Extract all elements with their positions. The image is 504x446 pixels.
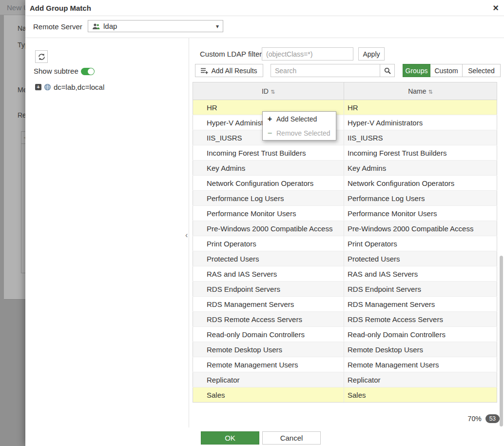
sort-icon: ⇅	[271, 89, 275, 95]
collapse-panel-icon[interactable]: ‹	[185, 231, 188, 240]
tab-groups[interactable]: Groups	[403, 64, 430, 77]
row-id-cell[interactable]: RDS Remote Access Servers	[193, 312, 344, 327]
row-name-cell[interactable]: RDS Remote Access Servers	[344, 312, 497, 327]
total-count-badge: 53	[485, 414, 500, 423]
table-status-row: 70% 53	[193, 414, 500, 423]
row-id-cell[interactable]: Key Admins	[193, 161, 344, 176]
show-subtree-label: Show subtree	[34, 67, 78, 75]
remote-server-value: ldap	[103, 22, 216, 30]
search-button[interactable]	[380, 64, 395, 77]
row-name-cell[interactable]: Network Configuration Operators	[344, 176, 497, 191]
column-header-name[interactable]: Name⇅	[344, 82, 497, 100]
row-id-cell[interactable]: Performance Monitor Users	[193, 206, 344, 221]
tab-custom[interactable]: Custom	[430, 64, 463, 77]
table-row[interactable]: HRHR	[193, 100, 497, 115]
row-name-cell[interactable]: Performance Log Users	[344, 191, 497, 206]
column-header-id[interactable]: ID⇅	[193, 82, 344, 100]
tab-selected[interactable]: Selected	[463, 64, 501, 77]
row-name-cell[interactable]: Key Admins	[344, 161, 497, 176]
tree-node-label: dc=lab,dc=local	[54, 83, 104, 91]
table-row[interactable]: IIS_IUSRSIIS_IUSRS	[193, 130, 497, 145]
result-filter-tabs: Groups Custom Selected	[403, 64, 501, 77]
row-id-cell[interactable]: Print Operators	[193, 236, 344, 251]
row-name-cell[interactable]: Print Operators	[344, 236, 497, 251]
row-id-cell[interactable]: RAS and IAS Servers	[193, 266, 344, 282]
row-id-cell[interactable]: RDS Management Servers	[193, 297, 344, 312]
show-subtree-toggle[interactable]	[81, 68, 95, 75]
refresh-button[interactable]	[35, 50, 48, 63]
row-name-cell[interactable]: RAS and IAS Servers	[344, 266, 497, 282]
row-name-cell[interactable]: HR	[344, 100, 497, 115]
apply-button[interactable]: Apply	[358, 47, 385, 61]
table-row[interactable]: Read-only Domain ControllersRead-only Do…	[193, 327, 497, 342]
search-input[interactable]	[271, 64, 380, 77]
row-id-cell[interactable]: Sales	[193, 387, 344, 403]
row-id-cell[interactable]: Pre-Windows 2000 Compatible Access	[193, 221, 344, 236]
row-name-cell[interactable]: Protected Users	[344, 251, 497, 266]
table-row[interactable]: RDS Management ServersRDS Management Ser…	[193, 297, 497, 312]
table-row[interactable]: RDS Endpoint ServersRDS Endpoint Servers	[193, 282, 497, 297]
group-table-body: HRHRHyper-V AdministratorsHyper-V Admini…	[193, 100, 497, 403]
table-row[interactable]: Protected UsersProtected Users	[193, 251, 497, 266]
table-row[interactable]: Print OperatorsPrint Operators	[193, 236, 497, 251]
table-row[interactable]: Performance Monitor UsersPerformance Mon…	[193, 206, 497, 221]
table-row[interactable]: Network Configuration OperatorsNetwork C…	[193, 176, 497, 191]
row-id-cell[interactable]: Protected Users	[193, 251, 344, 266]
row-name-cell[interactable]: Remote Management Users	[344, 357, 497, 372]
plus-icon: +	[267, 115, 273, 123]
row-context-menu: + Add Selected − Remove Selected	[262, 111, 336, 141]
table-row[interactable]: ReplicatorReplicator	[193, 372, 497, 387]
ok-button[interactable]: OK	[201, 431, 259, 445]
refresh-icon	[38, 53, 45, 61]
table-row[interactable]: Remote Desktop UsersRemote Desktop Users	[193, 342, 497, 357]
table-row[interactable]: Remote Management UsersRemote Management…	[193, 357, 497, 372]
table-row[interactable]: Incoming Forest Trust BuildersIncoming F…	[193, 145, 497, 161]
panel-splitter	[189, 38, 189, 427]
row-name-cell[interactable]: RDS Management Servers	[344, 297, 497, 312]
table-row[interactable]: SalesSales	[193, 387, 497, 403]
row-name-cell[interactable]: Read-only Domain Controllers	[344, 327, 497, 342]
row-name-cell[interactable]: RDS Endpoint Servers	[344, 282, 497, 297]
row-name-cell[interactable]: Sales	[344, 387, 497, 403]
row-id-cell[interactable]: Network Configuration Operators	[193, 176, 344, 191]
menu-item-add-selected[interactable]: + Add Selected	[263, 112, 336, 126]
separator	[25, 38, 504, 38]
table-row[interactable]: Pre-Windows 2000 Compatible AccessPre-Wi…	[193, 221, 497, 236]
table-row[interactable]: Hyper-V AdministratorsHyper-V Administra…	[193, 115, 497, 130]
vertical-scrollbar-thumb[interactable]	[500, 256, 503, 426]
custom-ldap-filter-label: Custom LDAP filter	[200, 50, 262, 58]
tree-node-root[interactable]: + dc=lab,dc=local	[35, 83, 104, 91]
row-name-cell[interactable]: Remote Desktop Users	[344, 342, 497, 357]
row-id-cell[interactable]: Remote Desktop Users	[193, 342, 344, 357]
row-id-cell[interactable]: Replicator	[193, 372, 344, 387]
tree-expand-icon[interactable]: +	[35, 84, 41, 90]
remote-server-dropdown[interactable]: ldap ▾	[88, 20, 223, 32]
row-name-cell[interactable]: Performance Monitor Users	[344, 206, 497, 221]
table-row[interactable]: RAS and IAS ServersRAS and IAS Servers	[193, 266, 497, 282]
chevron-down-icon: ▾	[216, 23, 219, 30]
ldap-server-icon	[92, 23, 100, 30]
row-name-cell[interactable]: Replicator	[344, 372, 497, 387]
close-icon[interactable]: ×	[493, 1, 499, 14]
row-id-cell[interactable]: Remote Management Users	[193, 357, 344, 372]
row-id-cell[interactable]: RDS Endpoint Servers	[193, 282, 344, 297]
loaded-percent: 70%	[468, 415, 482, 423]
row-id-cell[interactable]: Read-only Domain Controllers	[193, 327, 344, 342]
row-id-cell[interactable]: Incoming Forest Trust Builders	[193, 145, 344, 161]
table-row[interactable]: Performance Log UsersPerformance Log Use…	[193, 191, 497, 206]
search-icon	[384, 67, 391, 74]
row-id-cell[interactable]: Performance Log Users	[193, 191, 344, 206]
cancel-button[interactable]: Cancel	[262, 431, 321, 445]
row-name-cell[interactable]: IIS_IUSRS	[344, 130, 497, 145]
sort-icon: ⇅	[428, 89, 433, 95]
table-row[interactable]: Key AdminsKey Admins	[193, 161, 497, 176]
column-name-label: Name	[408, 87, 426, 95]
row-name-cell[interactable]: Hyper-V Administrators	[344, 115, 497, 130]
table-row[interactable]: RDS Remote Access ServersRDS Remote Acce…	[193, 312, 497, 327]
ldap-filter-input[interactable]	[262, 47, 353, 61]
row-name-cell[interactable]: Pre-Windows 2000 Compatible Access	[344, 221, 497, 236]
add-selected-label: Add Selected	[276, 115, 317, 123]
row-name-cell[interactable]: Incoming Forest Trust Builders	[344, 145, 497, 161]
add-all-results-button[interactable]: Add All Results	[195, 64, 263, 77]
add-group-match-dialog: Add Group Match × Remote Server ldap ▾	[25, 0, 504, 446]
